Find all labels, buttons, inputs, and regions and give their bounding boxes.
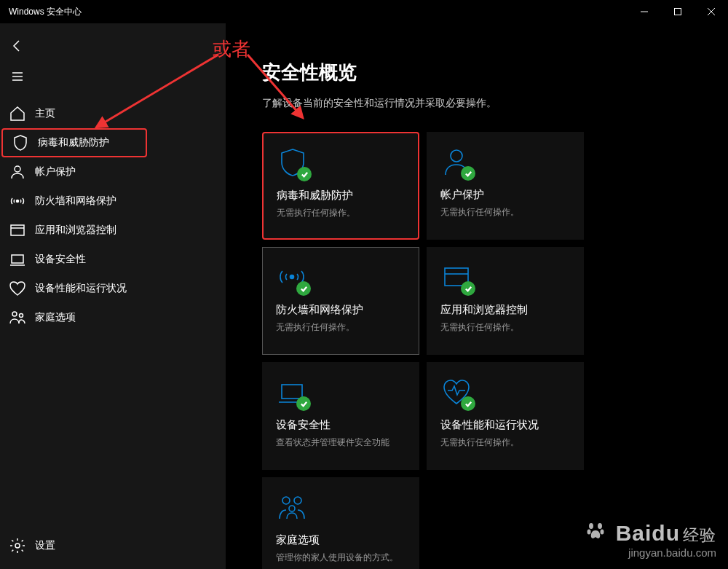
nav-virus-threat[interactable]: 病毒和威胁防护 [1,128,147,157]
svg-rect-20 [282,385,302,399]
nav-home[interactable]: 主页 [0,99,226,128]
check-badge-icon [296,281,311,296]
tile-desc: 无需执行任何操作。 [277,207,405,219]
check-badge-icon [461,166,475,181]
svg-point-17 [290,275,294,279]
nav-label: 帐户保护 [35,165,76,178]
window-controls [628,0,728,23]
check-badge-icon [297,167,312,181]
tile-title: 设备安全性 [276,418,405,432]
tile-desc: 管理你的家人使用设备的方式。 [276,552,405,564]
nav-app-browser[interactable]: 应用和浏览器控制 [0,216,226,245]
hamburger-button[interactable] [0,61,35,92]
tile-desc: 无需执行任何操作。 [440,206,570,219]
nav-label: 防火墙和网络保护 [35,195,116,208]
svg-point-22 [282,497,290,504]
tile-virus-threat[interactable]: 病毒和威胁防护 无需执行任何操作。 [262,132,419,240]
svg-rect-11 [12,255,23,263]
nav-label: 设备性能和运行状况 [35,282,127,295]
heart-icon [9,280,26,297]
tile-desc: 无需执行任何操作。 [440,436,570,449]
tile-title: 设备性能和运行状况 [440,418,570,432]
svg-point-15 [15,544,20,548]
page-subtitle: 了解设备当前的安全性和运行情况并采取必要操作。 [262,97,728,110]
tile-title: 应用和浏览器控制 [440,303,570,317]
shield-icon [12,134,29,152]
person-icon [9,163,26,181]
gear-icon [9,537,26,554]
nav-label: 主页 [35,107,55,120]
check-badge-icon [461,281,475,296]
nav-account-protection[interactable]: 帐户保护 [0,157,226,187]
tile-account-protection[interactable]: 帐户保护 无需执行任何操作。 [427,132,584,240]
window-title: Windows 安全中心 [9,6,82,18]
tile-device-security[interactable]: 设备安全性 查看状态并管理硬件安全功能 [262,362,419,470]
svg-point-16 [451,150,462,162]
home-icon [9,105,26,122]
nav-label: 设备安全性 [35,253,86,266]
minimize-button[interactable] [628,0,661,23]
nav-label: 应用和浏览器控制 [35,224,116,237]
back-button[interactable] [0,31,35,61]
check-badge-icon [296,396,311,411]
tile-device-health[interactable]: 设备性能和运行状况 无需执行任何操作。 [427,362,584,470]
main-content: 安全性概览 了解设备当前的安全性和运行情况并采取必要操作。 病毒和威胁防护 无需… [226,23,728,569]
person-icon [440,146,472,178]
nav-label: 病毒和威胁防护 [38,136,109,149]
tile-desc: 无需执行任何操作。 [276,321,405,334]
tile-app-browser[interactable]: 应用和浏览器控制 无需执行任何操作。 [427,247,584,355]
nav-label: 家庭选项 [35,311,76,324]
nav-device-security[interactable]: 设备安全性 [0,245,226,274]
svg-point-14 [20,314,23,318]
nav-firewall[interactable]: 防火墙和网络保护 [0,187,226,216]
tile-family[interactable]: 家庭选项 管理你的家人使用设备的方式。 [262,477,419,569]
svg-point-7 [15,166,20,172]
svg-point-8 [17,200,19,203]
family-icon [9,309,26,326]
tile-desc: 查看状态并管理硬件安全功能 [276,436,405,449]
titlebar: Windows 安全中心 [0,0,728,23]
nav-family[interactable]: 家庭选项 [0,303,226,332]
nav-settings[interactable]: 设置 [0,531,226,560]
tile-title: 病毒和威胁防护 [277,189,405,203]
nav-device-health[interactable]: 设备性能和运行状况 [0,274,226,303]
svg-point-13 [12,312,17,316]
broadcast-icon [276,261,308,293]
tile-desc: 无需执行任何操作。 [440,321,570,334]
check-badge-icon [461,396,475,411]
heart-pulse-icon [440,376,472,408]
tile-firewall[interactable]: 防火墙和网络保护 无需执行任何操作。 [262,247,419,355]
shield-icon [277,146,309,178]
sidebar: 主页 病毒和威胁防护 帐户保护 防火墙和网络保护 应用和浏览器控制 设备安全性 [0,23,226,569]
close-button[interactable] [695,0,728,23]
device-icon [9,251,26,268]
tile-grid: 病毒和威胁防护 无需执行任何操作。 帐户保护 无需执行任何操作。 防火墙和网络保… [262,132,728,569]
family-icon [276,491,308,523]
tile-title: 帐户保护 [440,188,570,202]
tile-title: 家庭选项 [276,533,405,547]
svg-rect-9 [11,225,24,235]
broadcast-icon [9,192,26,210]
svg-point-23 [294,497,301,504]
tile-title: 防火墙和网络保护 [276,303,405,317]
maximize-button[interactable] [661,0,695,23]
device-icon [276,376,308,408]
svg-point-24 [289,506,295,511]
svg-rect-1 [675,9,681,15]
nav-list: 主页 病毒和威胁防护 帐户保护 防火墙和网络保护 应用和浏览器控制 设备安全性 [0,92,226,531]
page-title: 安全性概览 [262,60,728,85]
window-icon [440,261,472,293]
nav-label: 设置 [35,539,55,552]
window-icon [9,221,26,239]
